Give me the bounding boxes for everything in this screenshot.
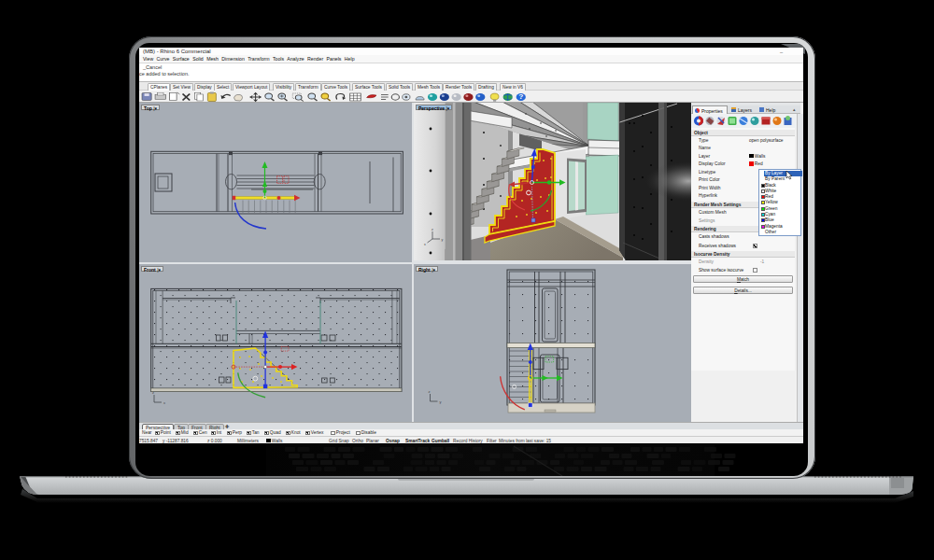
svg-text:x: x (424, 243, 426, 246)
svg-text:y: y (442, 238, 444, 242)
svg-text:z: z (432, 228, 433, 231)
svg-text:z: z (152, 390, 154, 395)
svg-text:?: ? (518, 93, 524, 101)
svg-text:z: z (429, 389, 431, 394)
svg-text:x: x (163, 400, 165, 405)
svg-text:y: y (440, 399, 442, 404)
